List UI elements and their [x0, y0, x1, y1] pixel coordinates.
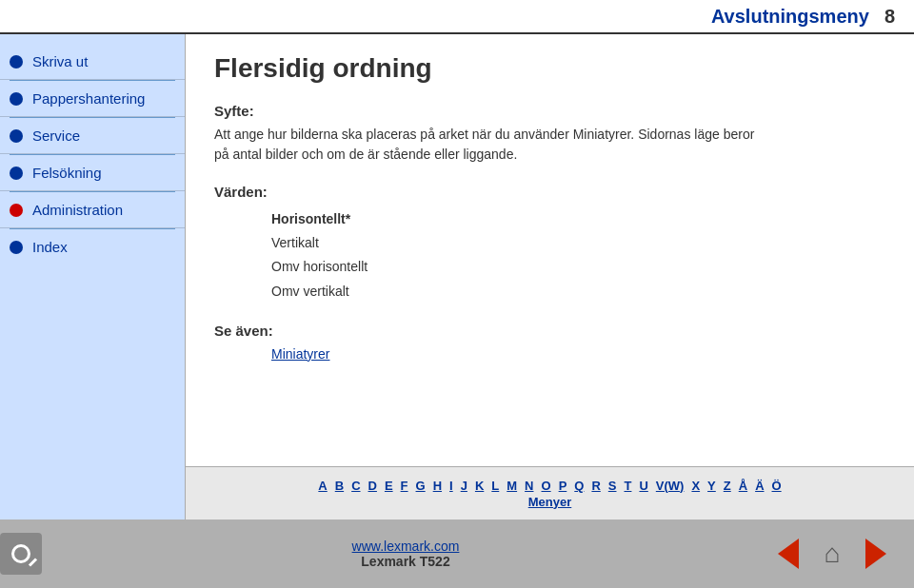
- index-letter-u[interactable]: U: [636, 479, 650, 493]
- home-icon: ⌂: [825, 539, 841, 569]
- value-item: Omv vertikalt: [271, 280, 885, 304]
- index-letter-m[interactable]: M: [504, 479, 520, 493]
- see-also-link[interactable]: Miniatyrer: [271, 346, 885, 362]
- dot-icon: [10, 129, 23, 143]
- index-letter-c[interactable]: C: [348, 479, 363, 493]
- index-letter-o[interactable]: O: [539, 479, 554, 493]
- index-letter-f[interactable]: F: [398, 479, 411, 493]
- purpose-label: Syfte:: [214, 103, 885, 119]
- header-title: Avslutningsmeny: [711, 6, 869, 28]
- sidebar-item-skriva-ut[interactable]: Skriva ut: [0, 44, 185, 80]
- footer-model: Lexmark T522: [361, 554, 449, 569]
- index-letter-e[interactable]: E: [382, 479, 396, 493]
- main-content: Flersidig ordning Syfte: Att ange hur bi…: [186, 34, 914, 519]
- sidebar-label: Index: [32, 239, 68, 255]
- index-bar: ABCDEFGHIJKLMNOPQRSTUV(W)XYZÅÄÖ Menyer: [186, 466, 914, 519]
- values-label: Värden:: [214, 184, 885, 200]
- search-circle: [11, 544, 30, 563]
- index-letters: ABCDEFGHIJKLMNOPQRSTUV(W)XYZÅÄÖ: [315, 479, 784, 493]
- index-letter-k[interactable]: K: [472, 479, 487, 493]
- footer: www.lexmark.com Lexmark T522 ⌂: [0, 519, 914, 588]
- header-page-num: 8: [884, 6, 895, 28]
- sidebar-item-index[interactable]: Index: [0, 229, 185, 265]
- index-letter-a[interactable]: A: [315, 479, 329, 493]
- values-list: Horisontellt*VertikaltOmv horisontelltOm…: [271, 207, 885, 304]
- arrow-right-icon: [865, 539, 886, 569]
- values-section: Värden: Horisontellt*VertikaltOmv horiso…: [214, 184, 885, 304]
- arrow-left-icon: [778, 539, 799, 569]
- index-letter-i[interactable]: I: [447, 479, 456, 493]
- index-letter-h[interactable]: H: [430, 479, 445, 493]
- index-letter-s[interactable]: S: [606, 479, 620, 493]
- header: Avslutningsmeny 8: [0, 0, 914, 34]
- index-letter-j[interactable]: J: [458, 479, 470, 493]
- sidebar-item-service[interactable]: Service: [0, 118, 185, 154]
- index-letter-ä[interactable]: Ä: [752, 479, 766, 493]
- sidebar-label: Administration: [32, 202, 123, 218]
- index-letter-v(w)[interactable]: V(W): [653, 479, 687, 493]
- index-letter-b[interactable]: B: [332, 479, 347, 493]
- see-also-label: Se även:: [214, 323, 885, 339]
- sidebar-item-administration[interactable]: Administration: [0, 192, 185, 228]
- value-item: Horisontellt*: [271, 207, 885, 231]
- index-letter-x[interactable]: X: [688, 479, 703, 493]
- index-letter-q[interactable]: Q: [571, 479, 586, 493]
- see-also-section: Se även: Miniatyrer: [214, 323, 885, 362]
- sidebar-item-pappershantering[interactable]: Pappershantering: [0, 81, 185, 117]
- dot-icon: [10, 167, 23, 180]
- page-title: Flersidig ordning: [214, 53, 885, 84]
- value-item: Omv horisontellt: [271, 255, 885, 279]
- search-icon[interactable]: [0, 533, 42, 575]
- sidebar-label: Service: [32, 127, 80, 144]
- dot-icon: [10, 92, 23, 106]
- sidebar-label: Felsökning: [32, 165, 102, 181]
- nav-home-button[interactable]: ⌂: [813, 535, 851, 573]
- dot-icon: [10, 204, 23, 217]
- footer-center: www.lexmark.com Lexmark T522: [61, 539, 750, 569]
- dot-icon: [10, 241, 23, 254]
- index-letter-d[interactable]: D: [366, 479, 380, 493]
- index-letter-n[interactable]: N: [522, 479, 536, 493]
- sidebar-item-felsökning[interactable]: Felsökning: [0, 155, 185, 191]
- sidebar-label: Skriva ut: [32, 53, 88, 69]
- index-letter-t[interactable]: T: [621, 479, 634, 493]
- index-letter-z[interactable]: Z: [721, 479, 734, 493]
- sidebar-label: Pappershantering: [32, 90, 145, 107]
- description-text: Att ange hur bilderna ska placeras på ar…: [214, 125, 766, 165]
- index-letter-å[interactable]: Å: [736, 479, 750, 493]
- nav-back-button[interactable]: [769, 535, 807, 573]
- index-letter-r[interactable]: R: [588, 479, 603, 493]
- index-letter-g[interactable]: G: [413, 479, 428, 493]
- sidebar: Skriva utPappershanteringServiceFelsökni…: [0, 34, 186, 519]
- footer-link[interactable]: www.lexmark.com: [352, 539, 460, 554]
- value-item: Vertikalt: [271, 231, 885, 255]
- footer-nav: ⌂: [750, 535, 914, 573]
- index-letter-p[interactable]: P: [556, 479, 570, 493]
- dot-icon: [10, 55, 23, 69]
- index-menyer[interactable]: Menyer: [528, 495, 572, 509]
- nav-forward-button[interactable]: [857, 535, 895, 573]
- index-letter-l[interactable]: L: [488, 479, 502, 493]
- index-letter-ö[interactable]: Ö: [769, 479, 785, 493]
- index-letter-y[interactable]: Y: [705, 479, 719, 493]
